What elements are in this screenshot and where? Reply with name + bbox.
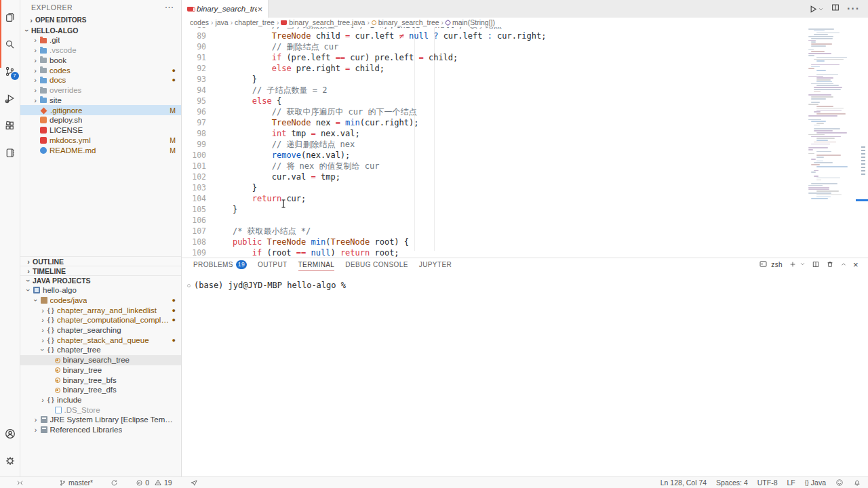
- code-line[interactable]: 108 public TreeNode min(TreeNode root) {: [182, 237, 868, 247]
- breadcrumb-item[interactable]: main(String[]): [446, 18, 495, 26]
- breadcrumb-item[interactable]: binary_search_tree.java: [281, 18, 365, 26]
- java-project-row[interactable]: ›{ }include: [20, 395, 181, 405]
- code-line[interactable]: 98 int tmp = nex.val;: [182, 128, 868, 139]
- terminal-shell-icon[interactable]: [759, 260, 768, 270]
- code-line[interactable]: 103 }: [182, 182, 868, 193]
- file-row[interactable]: ›overrides: [20, 85, 181, 96]
- java-project-row[interactable]: ›Referenced Libraries: [20, 425, 181, 435]
- maximize-panel-icon[interactable]: [840, 261, 847, 269]
- code-line[interactable]: 106: [182, 215, 868, 226]
- feedback-smiley-icon[interactable]: [835, 479, 844, 487]
- java-project-row[interactable]: binary_search_tree: [20, 355, 181, 365]
- code-line[interactable]: 97 TreeNode nex = min(cur.right);: [182, 117, 868, 128]
- code-line[interactable]: 102 cur.val = tmp;: [182, 171, 868, 182]
- split-terminal-icon[interactable]: [812, 260, 820, 270]
- code-line[interactable]: 100 remove(nex.val);: [182, 150, 868, 161]
- java-project-row[interactable]: binary_tree_bfs: [20, 375, 181, 385]
- code-line[interactable]: 107 /* 获取最小结点 */: [182, 226, 868, 237]
- notebook-icon[interactable]: [0, 141, 20, 164]
- java-project-row[interactable]: ›{ }chapter_computational_complexity●: [20, 315, 181, 325]
- notifications-bell-icon[interactable]: [853, 479, 861, 487]
- settings-gear-icon[interactable]: [0, 449, 20, 472]
- git-branch-item[interactable]: master*: [59, 479, 93, 487]
- new-terminal-icon[interactable]: [789, 260, 797, 270]
- java-project-row[interactable]: ›{ }chapter_tree: [20, 345, 181, 355]
- sync-icon[interactable]: [111, 479, 118, 487]
- eol-sequence[interactable]: LF: [787, 479, 795, 487]
- outline-section[interactable]: › OUTLINE: [20, 256, 181, 266]
- panel-tab-problems[interactable]: PROBLEMS19: [193, 258, 247, 271]
- panel-tab-debug-console[interactable]: DEBUG CONSOLE: [345, 258, 408, 271]
- tab-binary-search-tree[interactable]: binary_search_tree.java ×: [182, 0, 269, 18]
- code-editor[interactable]: 88 // 当子结点数量 = 0 / 1 时，child = null / 该子…: [182, 27, 868, 258]
- language-mode[interactable]: {} Java: [805, 479, 826, 487]
- file-row[interactable]: README.mdM: [20, 145, 181, 155]
- file-row[interactable]: deploy.sh: [20, 115, 181, 125]
- code-line[interactable]: 94 // 子结点数量 = 2: [182, 85, 868, 96]
- editor-more-actions-icon[interactable]: ···: [847, 3, 860, 15]
- breadcrumb-item[interactable]: codes: [190, 18, 209, 26]
- file-row[interactable]: mkdocs.ymlM: [20, 136, 181, 146]
- breadcrumb-item[interactable]: binary_search_tree: [372, 18, 439, 26]
- java-project-row[interactable]: ›codes/java●: [20, 296, 181, 306]
- java-projects-section[interactable]: › JAVA PROJECTS: [20, 275, 181, 285]
- java-project-row[interactable]: binary_tree: [20, 365, 181, 375]
- encoding[interactable]: UTF-8: [757, 479, 778, 487]
- file-row[interactable]: ›.git: [20, 35, 181, 45]
- java-project-row[interactable]: ›hello-algo: [20, 285, 181, 296]
- launch-icon[interactable]: [190, 479, 198, 487]
- shell-label[interactable]: zsh: [771, 261, 783, 268]
- close-panel-icon[interactable]: ×: [853, 260, 859, 269]
- code-line[interactable]: 95 else {: [182, 96, 868, 106]
- code-line[interactable]: 91 if (pre.left == cur) pre.left = child…: [182, 52, 868, 63]
- scm-badge: 7: [11, 72, 19, 80]
- code-line[interactable]: 90 // 删除结点 cur: [182, 41, 868, 52]
- source-control-icon[interactable]: 7: [0, 60, 20, 83]
- code-line[interactable]: 93 }: [182, 74, 868, 85]
- file-row[interactable]: .gitignoreM: [20, 105, 181, 115]
- explorer-more-actions-icon[interactable]: ···: [165, 3, 175, 12]
- panel-tab-terminal[interactable]: TERMINAL: [298, 258, 335, 271]
- cursor-position[interactable]: Ln 128, Col 74: [660, 479, 707, 487]
- code-line[interactable]: 99 // 递归删除结点 nex: [182, 139, 868, 150]
- minimap[interactable]: [807, 28, 852, 232]
- file-row[interactable]: ›codes●: [20, 65, 181, 75]
- code-line[interactable]: 96 // 获取中序遍历中 cur 的下一个结点: [182, 106, 868, 117]
- breadcrumb-item[interactable]: java: [215, 18, 228, 26]
- terminal-content[interactable]: (base) jyd@JYD-MBP hello-algo %: [187, 281, 868, 290]
- root-folder-section[interactable]: › HELLO-ALGO: [20, 25, 181, 35]
- java-project-row[interactable]: ›JRE System Library [Eclipse Temurin 17 …: [20, 415, 181, 425]
- file-row[interactable]: ›.vscode: [20, 45, 181, 56]
- extensions-icon[interactable]: [0, 114, 20, 137]
- file-row[interactable]: ›docs●: [20, 75, 181, 85]
- file-row[interactable]: ›site: [20, 96, 181, 106]
- timeline-section[interactable]: › TIMELINE: [20, 266, 181, 275]
- code-line[interactable]: 109 if (root == null) return root;: [182, 247, 868, 258]
- java-project-row[interactable]: ›{ }chapter_array_and_linkedlist●: [20, 305, 181, 315]
- code-line[interactable]: 89 TreeNode child = cur.left ≠ null ? cu…: [182, 30, 868, 41]
- breadcrumb-item[interactable]: chapter_tree: [235, 18, 275, 26]
- code-line[interactable]: 92 else pre.right = child;: [182, 63, 868, 74]
- panel-tab-output[interactable]: OUTPUT: [258, 258, 288, 271]
- account-icon[interactable]: [0, 422, 20, 445]
- terminal-dropdown-icon[interactable]: [800, 261, 806, 268]
- java-project-row[interactable]: ›{ }chapter_stack_and_queue●: [20, 335, 181, 345]
- search-icon[interactable]: [0, 33, 20, 56]
- code-line[interactable]: 101 // 将 nex 的值复制给 cur: [182, 161, 868, 171]
- split-editor-icon[interactable]: [831, 3, 840, 15]
- tab-close-icon[interactable]: ×: [257, 5, 262, 14]
- file-row[interactable]: ›book: [20, 56, 181, 66]
- open-editors-section[interactable]: › OPEN EDITORS: [20, 15, 181, 25]
- java-project-row[interactable]: ›{ }chapter_searching: [20, 325, 181, 336]
- kill-terminal-icon[interactable]: [826, 260, 834, 270]
- run-debug-icon[interactable]: [0, 87, 20, 110]
- java-project-row[interactable]: .DS_Store: [20, 405, 181, 415]
- indentation[interactable]: Spaces: 4: [716, 479, 748, 487]
- panel-tab-jupyter[interactable]: JUPYTER: [419, 258, 452, 271]
- problems-item[interactable]: 0 19: [136, 479, 172, 487]
- explorer-icon[interactable]: [0, 5, 20, 28]
- remote-indicator[interactable]: [16, 479, 24, 487]
- file-row[interactable]: LICENSE: [20, 125, 181, 136]
- java-project-row[interactable]: binary_tree_dfs: [20, 385, 181, 395]
- run-button[interactable]: [808, 4, 824, 14]
